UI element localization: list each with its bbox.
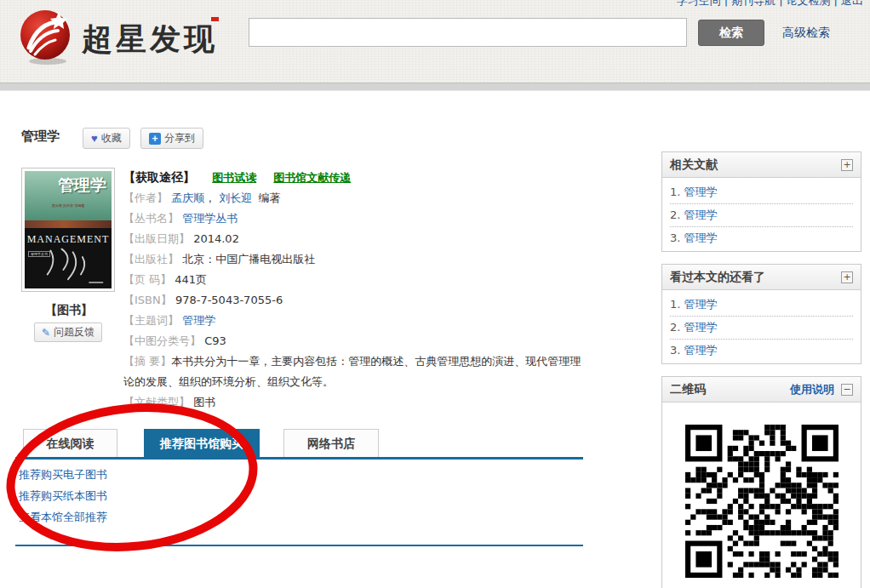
- list-item: 1. 管理学: [670, 294, 853, 317]
- cover-title: 管理学: [25, 174, 112, 197]
- field-row-publisher: 【出版社】 北京：中国广播电视出版社: [123, 249, 590, 270]
- item-number: 2.: [670, 321, 680, 334]
- field-row-clc: 【中图分类号】 C93: [123, 331, 590, 351]
- view-all-recommendations-link[interactable]: 查看本馆全部推荐: [19, 506, 359, 528]
- cover-authors: 孟庆顺 刘长迎 等编著: [25, 203, 112, 208]
- search-button[interactable]: 检索: [698, 20, 764, 46]
- tab-recommend-purchase[interactable]: 推荐图书馆购买: [144, 429, 260, 457]
- logo-accent: [211, 17, 219, 21]
- list-item: 3. 管理学: [670, 227, 853, 249]
- qr-panel-header: 二维码 使用说明 −: [662, 377, 861, 402]
- top-link-logout[interactable]: 退出: [841, 0, 863, 7]
- book-preview-link[interactable]: 图书试读: [212, 171, 256, 184]
- field-label: 【中图分类号】: [123, 334, 201, 347]
- pencil-icon: ✎: [42, 328, 50, 338]
- list-item: 1. 管理学: [670, 181, 853, 204]
- field-label: 【页 码】: [123, 273, 171, 286]
- also-viewed-link[interactable]: 管理学: [684, 344, 718, 357]
- advanced-search-link[interactable]: 高级检索: [782, 26, 830, 41]
- feedback-button[interactable]: ✎ 问题反馈: [34, 323, 102, 342]
- field-row-pages: 【页 码】 441页: [123, 270, 590, 290]
- tab-online-reading[interactable]: 在线阅读: [23, 429, 117, 457]
- collapse-icon[interactable]: −: [841, 384, 853, 396]
- top-link-learning-space[interactable]: 学习空间: [677, 0, 721, 7]
- related-doc-link[interactable]: 管理学: [684, 208, 718, 221]
- also-viewed-link[interactable]: 管理学: [684, 321, 718, 334]
- item-number: 2.: [670, 208, 680, 221]
- also-viewed-link[interactable]: 管理学: [684, 298, 718, 311]
- field-value: 北京：中国广播电视出版社: [182, 253, 315, 265]
- author-link[interactable]: 孟庆顺: [171, 191, 204, 204]
- usage-instructions-link[interactable]: 使用说明: [790, 382, 834, 397]
- top-link-paper-check[interactable]: 论文检测: [787, 0, 831, 7]
- field-row-doctype: 【文献类型】 图书: [123, 392, 590, 413]
- field-value: C93: [204, 334, 226, 347]
- recommend-ebook-link[interactable]: 推荐购买电子图书: [19, 464, 359, 485]
- field-label: 【ISBN】: [123, 294, 172, 306]
- search-input[interactable]: [249, 18, 687, 47]
- field-value: 978-7-5043-7055-6: [175, 294, 283, 306]
- field-row-access: 【获取途径】 图书试读 图书馆文献传递: [123, 167, 590, 188]
- field-label: 【出版日期】: [123, 232, 190, 245]
- expand-icon[interactable]: +: [841, 271, 853, 283]
- library-delivery-link[interactable]: 图书馆文献传递: [273, 171, 351, 184]
- share-plus-icon: +: [149, 133, 161, 145]
- share-label: 分享到: [164, 131, 195, 146]
- top-link-separator: |: [724, 0, 728, 7]
- field-row-subject: 【主题词】 管理学: [123, 311, 590, 331]
- top-link-separator: |: [834, 0, 838, 7]
- item-number: 1.: [670, 186, 680, 198]
- field-row-author: 【作者】 孟庆顺， 刘长迎 编著: [123, 188, 590, 208]
- related-doc-link[interactable]: 管理学: [684, 186, 718, 198]
- field-value: 本书共分为十一章，主要内容包括：管理的概述、古典管理思想的演进、现代管理理论的发…: [123, 355, 581, 388]
- author-link[interactable]: 刘长迎: [219, 191, 252, 204]
- page: 学习空间|期刊导航|论文检测|退出 超星发现 检索 高级检索 管理学: [0, 0, 870, 588]
- field-label: 【作者】: [123, 191, 168, 204]
- tab-panel-recommend: 推荐购买电子图书 推荐购买纸本图书 查看本馆全部推荐: [19, 464, 359, 528]
- page-title: 管理学: [21, 128, 60, 145]
- favorite-button[interactable]: ♥ 收藏: [83, 128, 130, 149]
- panel-title: 相关文献: [670, 157, 718, 173]
- series-link[interactable]: 管理学丛书: [182, 212, 238, 225]
- related-docs-header: 相关文献 +: [662, 152, 861, 178]
- top-link-separator: |: [779, 0, 782, 7]
- list-item: 2. 管理学: [670, 317, 853, 340]
- qr-code-panel: 二维码 使用说明 −: [661, 376, 861, 588]
- content-bottom-divider: [15, 545, 583, 546]
- tab-bar: 在线阅读 推荐图书馆购买 网络书店: [15, 429, 583, 457]
- recommend-paper-book-link[interactable]: 推荐购买纸本图书: [19, 485, 359, 506]
- panel-title: 看过本文的还看了: [670, 270, 765, 285]
- tab-underline: [15, 457, 583, 460]
- item-number: 1.: [670, 298, 680, 311]
- related-docs-panel: 相关文献 + 1. 管理学 2. 管理学 3. 管理学: [661, 151, 861, 252]
- field-label: 【出版社】: [123, 253, 179, 265]
- heart-icon: ♥: [91, 133, 98, 144]
- book-details: 【获取途径】 图书试读 图书馆文献传递 【作者】 孟庆顺， 刘长迎 编著 【丛书…: [123, 167, 590, 413]
- top-nav: 学习空间|期刊导航|论文检测|退出: [677, 0, 863, 9]
- related-doc-link[interactable]: 管理学: [684, 231, 718, 244]
- chaoxing-logo-icon: [19, 9, 73, 66]
- cover-stripe: [25, 220, 112, 228]
- top-link-journal-nav[interactable]: 期刊导航: [731, 0, 776, 7]
- field-label: 【主题词】: [123, 314, 179, 327]
- item-number: 3.: [670, 231, 680, 244]
- expand-icon[interactable]: +: [841, 159, 853, 171]
- tab-online-bookstore[interactable]: 网络书店: [283, 429, 379, 457]
- header-divider: [0, 83, 870, 91]
- feedback-label: 问题反馈: [54, 325, 94, 340]
- field-value: 441页: [175, 273, 207, 286]
- field-label: 【获取途径】: [123, 170, 195, 184]
- qr-code-image: [685, 425, 839, 578]
- share-button[interactable]: + 分享到: [140, 128, 203, 149]
- field-row-series: 【丛书名】 管理学丛书: [123, 208, 590, 229]
- author-suffix: 编著: [258, 191, 280, 204]
- favorite-label: 收藏: [101, 131, 122, 146]
- panel-title: 二维码: [670, 382, 706, 397]
- cover-calligraphy: [25, 244, 112, 288]
- field-row-isbn: 【ISBN】 978-7-5043-7055-6: [123, 290, 590, 311]
- subject-link[interactable]: 管理学: [182, 314, 215, 327]
- author-separator: ，: [204, 191, 215, 204]
- field-label: 【文献类型】: [123, 396, 190, 408]
- field-row-pubdate: 【出版日期】 2014.02: [123, 229, 590, 249]
- field-label: 【丛书名】: [123, 212, 179, 225]
